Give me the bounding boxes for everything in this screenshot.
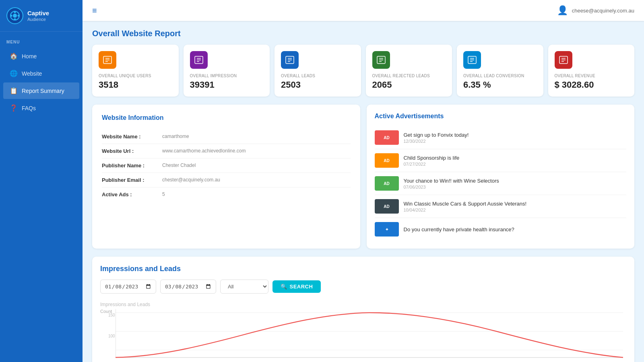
stat-card-3: OVERALL REJECTED LEADS 2065: [366, 45, 452, 97]
chart-tick-150: 150: [108, 313, 115, 317]
svg-point-2: [14, 11, 16, 13]
info-val-0: camarthome: [162, 134, 189, 140]
ad-date-3: 10/04/2022: [404, 208, 527, 212]
avatar-icon: 👤: [557, 5, 568, 16]
stat-icon-5: [555, 51, 572, 69]
stat-label-5: OVERALL REVENUE: [555, 74, 628, 78]
faqs-icon: ❓: [10, 104, 18, 112]
report-icon: 📋: [10, 87, 18, 95]
ad-thumb-2: AD: [375, 176, 399, 191]
logo-area: Captive Audience: [0, 0, 83, 32]
ad-info-0: Get sign up to Fonvix today! 12/30/2022: [404, 132, 469, 144]
ad-date-1: 07/27/2022: [404, 162, 460, 167]
stat-label-1: OVERALL IMPRESSION: [190, 74, 264, 78]
stat-icon-2: [281, 51, 299, 69]
chart-svg-area: [116, 309, 623, 361]
ad-item-1: AD Child Sponsorship is life 07/27/2022: [375, 149, 627, 172]
search-label: SEARCH: [290, 284, 313, 290]
ad-item-0: AD Get sign up to Fonvix today! 12/30/20…: [375, 126, 627, 149]
stats-grid: OVERALL UNIQUE USERS 3518 OVERALL IMPRES…: [92, 45, 634, 97]
info-key-4: Active Ads :: [102, 191, 162, 197]
sidebar-item-website[interactable]: 🌐 Website: [3, 65, 79, 82]
sidebar-item-report-summary[interactable]: 📋 Report Summary: [3, 82, 79, 99]
stat-value-1: 39391: [190, 80, 264, 90]
main-content: ≡ 👤 cheese@acquinely.com.au Overall Webs…: [83, 0, 644, 362]
ad-thumb-3: AD: [375, 199, 399, 214]
active-ads-card: Active Advertisements AD Get sign up to …: [367, 105, 635, 249]
date-from-input[interactable]: [100, 280, 156, 294]
ad-title-0: Get sign up to Fonvix today!: [404, 132, 469, 138]
stat-card-0: OVERALL UNIQUE USERS 3518: [92, 45, 179, 97]
ad-item-4: ✦ Do you currently have private health i…: [375, 218, 627, 241]
stat-value-5: $ 3028.60: [555, 80, 628, 90]
impressions-card: Impressions and Leads All 🔍 SEARCH Impre…: [92, 257, 634, 362]
website-info-card: Website Information Website Name : camar…: [92, 105, 360, 249]
chart-title: Impressions and Leads: [100, 302, 626, 307]
website-info-title: Website Information: [102, 114, 351, 121]
sidebar-item-label-report: Report Summary: [22, 88, 64, 94]
filter-select[interactable]: All: [220, 280, 268, 294]
ad-date-0: 12/30/2022: [404, 139, 469, 144]
info-val-3: chester@acquinely.com.au: [162, 177, 220, 183]
search-icon: 🔍: [281, 284, 287, 290]
info-key-0: Website Name :: [102, 134, 162, 140]
two-col-layout: Website Information Website Name : camar…: [92, 105, 634, 249]
sidebar-item-faqs[interactable]: ❓ FAQs: [3, 100, 79, 116]
impressions-title: Impressions and Leads: [100, 265, 626, 273]
stat-card-5: OVERALL REVENUE $ 3028.60: [548, 45, 635, 97]
menu-label: MENU: [0, 32, 83, 47]
sidebar-item-label-website: Website: [22, 70, 42, 77]
user-email: cheese@acquinely.com.au: [572, 8, 634, 14]
sidebar-item-label-home: Home: [22, 53, 37, 60]
sidebar-item-label-faqs: FAQs: [22, 105, 36, 111]
info-key-1: Website Url :: [102, 148, 162, 154]
ad-info-2: Your chance to Win!! with Wine Selectors…: [404, 178, 499, 189]
logo-name: Captive: [27, 10, 49, 17]
stat-icon-0: [99, 51, 116, 69]
svg-point-3: [14, 19, 16, 21]
sidebar: Captive Audience MENU 🏠 Home 🌐 Website 📋…: [0, 0, 83, 362]
logo-sub: Audience: [27, 17, 49, 22]
active-ads-title: Active Advertisements: [375, 113, 627, 120]
ad-title-3: Win Classic Muscle Cars & Support Aussie…: [404, 201, 527, 207]
stat-value-2: 2503: [281, 80, 355, 90]
stat-label-3: OVERALL REJECTED LEADS: [372, 74, 446, 78]
stat-card-1: OVERALL IMPRESSION 39391: [184, 45, 270, 97]
stat-value-4: 6.35 %: [463, 80, 537, 90]
svg-point-5: [18, 15, 20, 17]
stat-card-2: OVERALL LEADS 2503: [275, 45, 361, 97]
info-val-1: www.camarthome.achievedlonline.com: [162, 148, 246, 154]
svg-point-4: [10, 15, 12, 17]
ads-list: AD Get sign up to Fonvix today! 12/30/20…: [375, 126, 627, 241]
stat-label-2: OVERALL LEADS: [281, 74, 355, 78]
info-row-0: Website Name : camarthome: [102, 130, 351, 144]
stat-label-0: OVERALL UNIQUE USERS: [99, 74, 172, 78]
ad-info-4: Do you currently have private health ins…: [404, 226, 514, 232]
hamburger-button[interactable]: ≡: [92, 6, 97, 15]
info-key-3: Publisher Email :: [102, 177, 162, 183]
home-icon: 🏠: [10, 52, 18, 60]
chart-tick-100: 100: [108, 334, 115, 338]
logo-icon: [6, 7, 23, 24]
ad-title-4: Do you currently have private health ins…: [404, 226, 514, 232]
info-row-4: Active Ads : 5: [102, 187, 351, 202]
filters-row: All 🔍 SEARCH: [100, 280, 626, 294]
info-row-2: Publisher Name : Chester Chadel: [102, 158, 351, 173]
chart-area: Count 150 100: [100, 309, 626, 362]
search-button[interactable]: 🔍 SEARCH: [272, 280, 321, 293]
stat-value-0: 3518: [99, 80, 172, 90]
date-to-input[interactable]: [160, 280, 216, 294]
ad-item-2: AD Your chance to Win!! with Wine Select…: [375, 172, 627, 195]
ad-info-3: Win Classic Muscle Cars & Support Aussie…: [404, 201, 527, 212]
content-area: Overall Website Report OVERALL UNIQUE US…: [83, 21, 644, 362]
info-row-1: Website Url : www.camarthome.achievedlon…: [102, 144, 351, 158]
ad-item-3: AD Win Classic Muscle Cars & Support Aus…: [375, 195, 627, 218]
stat-icon-1: [190, 51, 208, 69]
website-icon: 🌐: [10, 70, 18, 77]
ad-info-1: Child Sponsorship is life 07/27/2022: [404, 155, 460, 167]
info-val-4: 5: [162, 191, 165, 197]
website-info-fields: Website Name : camarthomeWebsite Url : w…: [102, 130, 351, 202]
stat-icon-3: [372, 51, 390, 69]
info-key-2: Publisher Name :: [102, 162, 162, 169]
sidebar-item-home[interactable]: 🏠 Home: [3, 48, 79, 64]
